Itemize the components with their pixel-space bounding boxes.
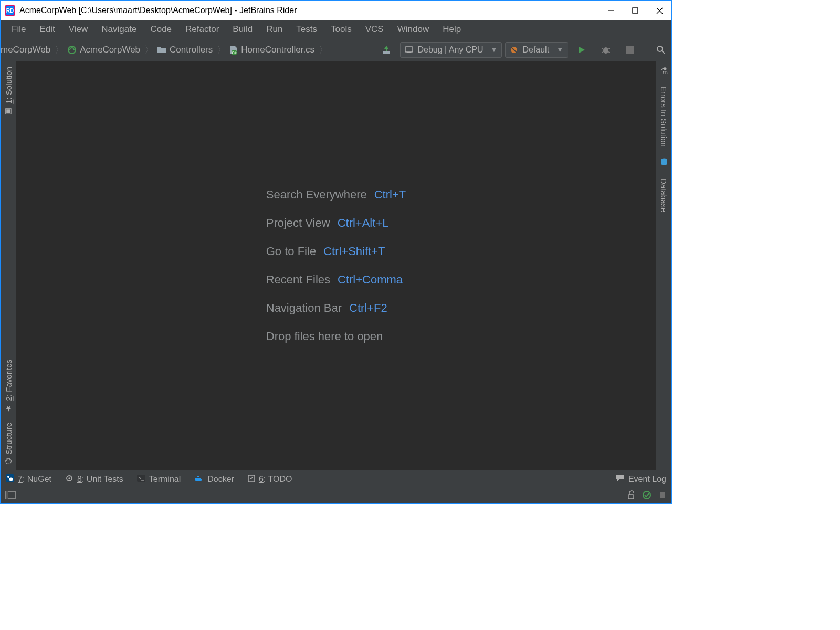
minimize-button[interactable]: [599, 1, 623, 20]
hint-search-everywhere: Search EverywhereCtrl+T: [266, 188, 406, 202]
tool-database[interactable]: Database: [659, 176, 668, 214]
dropdown-label: Debug | Any CPU: [417, 45, 483, 55]
svg-point-25: [7, 476, 9, 478]
crumb-label: AcmeCorpWeb: [80, 45, 140, 55]
svg-rect-33: [200, 478, 201, 479]
memory-indicator-icon[interactable]: [659, 491, 666, 501]
crumb-file[interactable]: C# HomeController.cs: [227, 45, 318, 55]
menu-edit[interactable]: Edit: [33, 22, 61, 37]
tool-structure[interactable]: ⌬Structure: [4, 421, 13, 467]
menubar: File Edit View Navigate Code Refactor Bu…: [1, 20, 671, 38]
separator: [647, 43, 647, 57]
crumb-label: meCorpWeb: [1, 45, 50, 55]
svg-line-17: [602, 48, 604, 49]
speech-bubble-icon: [616, 474, 625, 484]
left-tool-strip: ▣1: Solution ★2: Favorites ⌬Structure: [1, 61, 16, 470]
tool-solution[interactable]: ▣1: Solution: [4, 65, 13, 119]
menu-window[interactable]: Window: [391, 22, 436, 37]
svg-rect-31: [195, 478, 197, 479]
window-controls: [599, 1, 671, 20]
close-button[interactable]: [647, 1, 671, 20]
crumb-folder[interactable]: Controllers: [155, 45, 216, 55]
svg-line-20: [608, 51, 610, 52]
crumb-label: Controllers: [170, 45, 213, 55]
inspection-ok-icon[interactable]: [642, 490, 652, 502]
tool-nuget[interactable]: 7: NuGet: [6, 474, 51, 485]
hint-nav-bar: Navigation BarCtrl+F2: [266, 301, 406, 315]
event-log-button[interactable]: Event Log: [616, 474, 666, 484]
todo-icon: [248, 474, 255, 485]
docker-icon: [194, 475, 204, 484]
database-icon: [660, 158, 668, 168]
chevron-down-icon: ▼: [556, 46, 563, 54]
menu-help[interactable]: Help: [436, 22, 468, 37]
menu-navigate[interactable]: Navigate: [94, 22, 143, 37]
tool-favorites[interactable]: ★2: Favorites: [4, 358, 13, 415]
target-icon: [510, 46, 518, 54]
main-area: ▣1: Solution ★2: Favorites ⌬Structure Se…: [1, 61, 671, 470]
hint-drop-files: Drop files here to open: [266, 330, 406, 343]
svg-point-21: [657, 46, 663, 51]
chevron-right-icon: 〉: [216, 45, 227, 55]
shortcut: Ctrl+Shift+T: [323, 245, 385, 258]
maximize-button[interactable]: [623, 1, 647, 20]
search-everywhere-button[interactable]: [652, 41, 670, 59]
hint-go-to-file: Go to FileCtrl+Shift+T: [266, 245, 406, 258]
menu-file[interactable]: File: [5, 22, 33, 37]
menu-vcs[interactable]: VCS: [359, 22, 391, 37]
tool-label: Structure: [4, 423, 13, 455]
toolbar: meCorpWeb 〉 AcmeCorpWeb 〉 Controllers 〉 …: [1, 38, 671, 61]
svg-rect-34: [197, 476, 199, 477]
svg-rect-4: [633, 8, 638, 13]
terminal-icon: >_: [137, 475, 145, 484]
svg-text:C#: C#: [232, 51, 237, 55]
hint-project-view: Project ViewCtrl+Alt+L: [266, 216, 406, 230]
svg-rect-37: [6, 491, 8, 499]
star-icon: ★: [4, 404, 13, 413]
debug-button[interactable]: [597, 41, 615, 59]
tool-windows-toggle-icon[interactable]: [6, 491, 15, 501]
svg-rect-13: [407, 52, 411, 53]
crumb-root[interactable]: meCorpWeb: [1, 45, 54, 55]
menu-code[interactable]: Code: [143, 22, 178, 37]
menu-tools[interactable]: Tools: [324, 22, 359, 37]
config-icon: [405, 46, 413, 54]
svg-line-18: [608, 48, 610, 49]
svg-point-39: [643, 491, 650, 499]
stop-button[interactable]: [621, 41, 639, 59]
menu-tests[interactable]: Tests: [289, 22, 324, 37]
crumb-label: HomeController.cs: [241, 45, 314, 55]
target-dropdown[interactable]: Default ▼: [505, 42, 568, 58]
shortcut: Ctrl+Comma: [338, 273, 403, 287]
svg-line-22: [662, 51, 665, 54]
run-button[interactable]: [573, 41, 591, 59]
menu-refactor[interactable]: Refactor: [178, 22, 226, 37]
svg-rect-32: [197, 478, 199, 479]
crumb-project[interactable]: AcmeCorpWeb: [65, 45, 143, 55]
tool-terminal[interactable]: >_Terminal: [137, 475, 181, 484]
shortcut-hints: Search EverywhereCtrl+T Project ViewCtrl…: [266, 188, 406, 343]
rider-app-icon: RD: [5, 5, 15, 16]
svg-point-16: [603, 47, 608, 54]
run-config-group: Debug | Any CPU ▼ Default ▼: [397, 41, 644, 59]
tool-errors[interactable]: Errors In Solution: [659, 84, 668, 149]
menu-view[interactable]: View: [62, 22, 95, 37]
chevron-down-icon: ▼: [491, 46, 498, 54]
menu-build[interactable]: Build: [226, 22, 259, 37]
bottom-tool-strip: 7: NuGet 8: Unit Tests >_Terminal Docker…: [1, 470, 671, 488]
window-title: AcmeCorpWeb [C:\Users\maart\Desktop\Acme…: [19, 6, 599, 15]
csharp-file-icon: C#: [229, 45, 238, 55]
lock-icon[interactable]: [627, 491, 635, 501]
editor-empty-state[interactable]: Search EverywhereCtrl+T Project ViewCtrl…: [16, 61, 656, 470]
configuration-dropdown[interactable]: Debug | Any CPU ▼: [400, 42, 502, 58]
build-solution-button[interactable]: [377, 41, 395, 59]
breadcrumb: meCorpWeb 〉 AcmeCorpWeb 〉 Controllers 〉 …: [1, 38, 376, 61]
tool-todo[interactable]: 6: TODO: [248, 474, 292, 485]
chevron-right-icon: 〉: [143, 45, 155, 55]
tool-docker[interactable]: Docker: [194, 475, 234, 484]
menu-run[interactable]: Run: [259, 22, 289, 37]
tool-unit-tests[interactable]: 8: Unit Tests: [65, 474, 123, 485]
app-window: RD AcmeCorpWeb [C:\Users\maart\Desktop\A…: [0, 0, 672, 504]
briefcase-icon: ▣: [4, 107, 13, 117]
svg-rect-38: [628, 495, 634, 499]
